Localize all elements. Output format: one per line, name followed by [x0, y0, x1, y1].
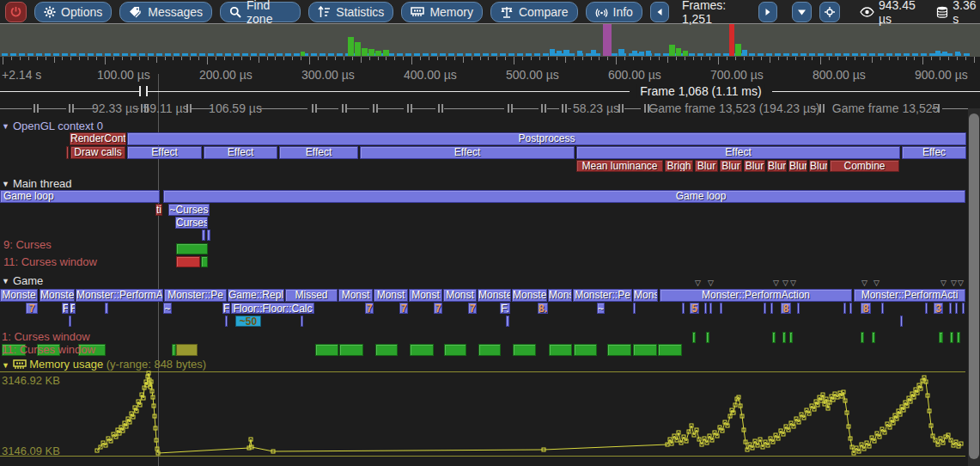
plot-label[interactable]: 11: Curses window — [2, 343, 95, 356]
plot-bar[interactable] — [201, 256, 208, 267]
collapsed-zones-marker-icon[interactable]: ▽ — [951, 279, 957, 287]
zone-bar[interactable]: Blur — [695, 160, 718, 172]
collapsed-zones-marker-icon[interactable]: ▽ — [873, 279, 880, 287]
zone-bar[interactable]: 3 — [934, 303, 943, 314]
zone-bar[interactable]: Blur — [720, 160, 742, 172]
zone-bar[interactable]: Game loop — [0, 190, 160, 203]
zone-bar[interactable] — [962, 303, 965, 314]
section-header-opengl-context-0[interactable]: ▼OpenGL context 0 — [2, 120, 103, 132]
zone-bar[interactable] — [955, 303, 958, 314]
zone-bar[interactable]: Monster::Pe — [164, 289, 227, 302]
plot-label[interactable]: 1: Curses window — [2, 330, 90, 343]
plot-bar[interactable] — [939, 332, 943, 343]
zone-bar[interactable]: 8 — [781, 303, 791, 314]
zone-bar[interactable]: F. — [222, 303, 230, 314]
collapsed-zones-marker-icon[interactable]: ▽ — [790, 279, 796, 287]
collapsed-zones-marker-icon[interactable]: ▽ — [695, 279, 701, 287]
plot-bar[interactable] — [633, 344, 657, 356]
collapsed-zones-marker-icon[interactable]: ▽ — [958, 279, 964, 287]
zone-bar[interactable] — [770, 303, 773, 314]
zone-bar[interactable] — [797, 303, 800, 314]
zone-bar[interactable]: Blur — [788, 160, 807, 172]
plot-bar[interactable] — [706, 332, 709, 343]
plot-bar[interactable] — [176, 256, 200, 267]
zone-bar[interactable]: Effec — [902, 146, 966, 159]
zone-bar[interactable]: Monster::Pe — [573, 289, 632, 302]
zone-bar[interactable]: Mons — [548, 289, 572, 302]
prev-frame-button[interactable] — [650, 2, 669, 22]
go-down-button[interactable] — [792, 2, 812, 22]
zone-bar[interactable]: Effect — [204, 146, 277, 159]
zone-bar[interactable]: ti — [155, 204, 162, 216]
plot-bar[interactable] — [692, 332, 696, 343]
zone-bar[interactable]: Floor::Floor::Calc — [231, 303, 314, 314]
zone-bar[interactable]: Monste — [40, 289, 75, 302]
zone-bar[interactable] — [207, 230, 210, 241]
frame-overview-strip[interactable] — [0, 24, 980, 57]
plot-label[interactable]: 9: Curses — [3, 238, 52, 251]
zone-bar[interactable] — [225, 316, 228, 327]
plot-bar[interactable] — [782, 332, 786, 343]
zone-bar[interactable]: RenderCont — [70, 132, 126, 145]
plot-bar[interactable] — [658, 344, 682, 356]
zone-bar[interactable] — [925, 303, 928, 314]
zone-bar[interactable] — [66, 146, 69, 159]
zone-bar[interactable]: F. — [500, 303, 510, 314]
zone-bar[interactable]: Game::Replay — [228, 289, 284, 302]
plot-bar[interactable] — [315, 344, 338, 356]
collapsed-zones-marker-icon[interactable]: ▽ — [782, 279, 788, 287]
plot-bar[interactable] — [957, 332, 960, 343]
zone-bar[interactable]: Effect — [576, 146, 900, 159]
messages-button[interactable]: Messages — [119, 2, 212, 22]
zone-bar[interactable]: Monste — [0, 289, 38, 302]
zone-bar[interactable] — [849, 303, 852, 314]
plot-bar[interactable] — [772, 332, 776, 343]
zone-bar[interactable]: 7 — [468, 303, 477, 314]
zone-bar[interactable]: F — [62, 303, 69, 314]
zone-bar[interactable] — [202, 230, 205, 241]
compare-button[interactable]: Compare — [490, 2, 578, 22]
zone-bar[interactable]: Monst — [338, 289, 373, 302]
zone-bar[interactable]: Game loop — [163, 190, 965, 203]
zone-bar[interactable]: Draw calls — [70, 146, 125, 159]
zone-bar[interactable]: Mons — [633, 289, 658, 302]
zone-bar[interactable]: 7 — [434, 303, 442, 314]
zone-bar[interactable]: Missed — [285, 289, 338, 302]
memory-section-header[interactable]: ▼ Memory usage (y-range: 848 bytes) — [2, 358, 206, 371]
zone-bar[interactable]: ~Curses — [168, 204, 210, 216]
plot-bar[interactable] — [549, 344, 572, 356]
zone-bar[interactable]: Combine — [830, 160, 899, 172]
next-frame-button[interactable] — [758, 2, 777, 22]
zone-bar[interactable]: Blur — [767, 160, 787, 172]
zone-bar[interactable] — [704, 303, 707, 314]
scrollbar-thumb[interactable] — [969, 113, 979, 459]
zone-bar[interactable]: Monster::PerformActi — [854, 289, 965, 302]
collapsed-zones-marker-icon[interactable]: ▽ — [708, 279, 714, 287]
zone-bar[interactable] — [506, 316, 509, 327]
plot-bar[interactable] — [574, 344, 597, 356]
options-button[interactable]: Options — [34, 2, 112, 22]
power-button[interactable] — [5, 2, 27, 22]
frame-band-label[interactable]: Frame 1,068 (1.11 ms) — [636, 84, 764, 98]
zone-bar[interactable]: F — [70, 303, 76, 314]
memory-button[interactable]: Memory — [401, 2, 483, 22]
plot-bar[interactable] — [861, 332, 864, 343]
zone-bar[interactable]: Effect — [127, 146, 202, 159]
plot-bar[interactable] — [950, 332, 953, 343]
info-button[interactable]: Info — [586, 2, 642, 22]
statistics-button[interactable]: Statistics — [308, 2, 393, 22]
zone-bar[interactable]: Monste — [512, 289, 547, 302]
zone-bar[interactable]: Monste — [478, 289, 511, 302]
section-header-main-thread[interactable]: ▼Main thread — [2, 177, 72, 190]
collapsed-zones-marker-icon[interactable]: ▽ — [773, 279, 779, 287]
plot-bar[interactable] — [410, 344, 434, 356]
zone-bar[interactable]: Blur — [809, 160, 828, 172]
zone-bar[interactable]: Monster::PerformA — [76, 289, 163, 302]
zone-bar[interactable]: 7 — [399, 303, 408, 314]
plot-bar[interactable] — [789, 332, 793, 343]
zone-bar[interactable]: 7 — [365, 303, 374, 314]
zone-bar[interactable] — [900, 316, 903, 327]
zone-bar[interactable] — [682, 303, 685, 314]
zone-bar[interactable] — [105, 303, 108, 314]
collapsed-zones-marker-icon[interactable]: ▽ — [940, 279, 947, 287]
